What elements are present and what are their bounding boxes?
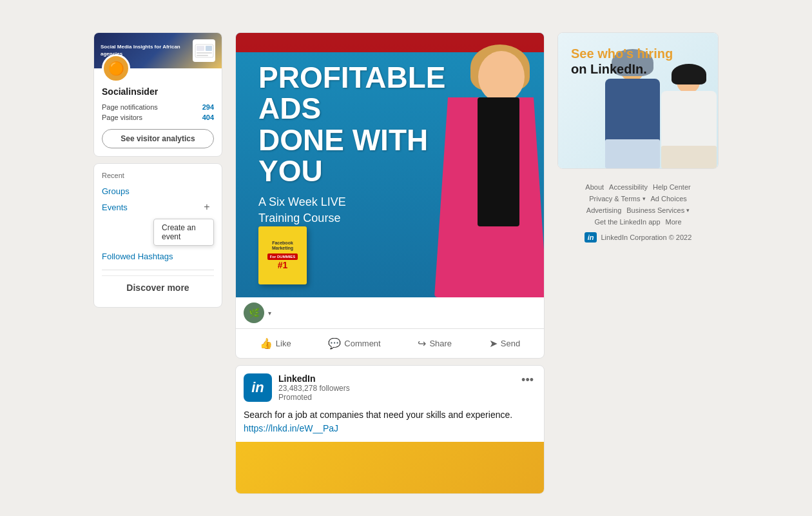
comment-button[interactable]: 💬 Comment [320,333,388,354]
groups-item[interactable]: Groups [102,184,214,198]
svg-rect-4 [206,46,212,51]
more-options-button[interactable]: ••• [519,373,536,387]
comment-label: Comment [344,339,380,348]
accessibility-link[interactable]: Accessibility [609,183,648,191]
business-services-link[interactable]: Business Services [626,206,684,214]
book-badge: For DUMMIES [267,253,298,260]
groups-link[interactable]: Groups [102,186,130,196]
recent-card: Recent Groups Events + Create an event F… [93,163,222,308]
book-image: FacebookMarketing For DUMMIES #1 [258,226,307,284]
ad-text-overlay: See who's hiringon LinkedIn. [571,46,673,77]
post-avatar[interactable]: 🌿 [244,303,264,323]
linkedin-footer: in LinkedIn Corporation © 2022 [565,232,711,243]
action-bar: 👍 Like 💬 Comment ↪ Share ➤ Send [236,328,544,358]
followed-hashtags-link[interactable]: Followed Hashtags [102,252,173,261]
post-text: Search for a job at companies that need … [236,406,544,442]
help-center-link[interactable]: Help Center [653,183,691,191]
privacy-terms-link[interactable]: Privacy & Terms [589,195,640,203]
send-icon: ➤ [489,337,498,350]
get-linkedin-app-link[interactable]: Get the LinkedIn app [594,218,660,226]
share-button[interactable]: ↪ Share [410,333,459,354]
footer-row-4: Get the LinkedIn app More [565,218,711,226]
share-icon: ↪ [418,337,426,350]
comment-icon: 💬 [328,337,341,350]
post-body: Search for a job at companies that need … [244,410,512,420]
svg-rect-2 [197,52,212,54]
visitor-analytics-button[interactable]: See visitor analytics [102,129,214,148]
page-notifications-label: Page notifications [102,103,158,111]
post-headline: PROFITABLE ADSDONE WITH YOU [258,62,429,186]
post-preview-image [236,442,544,493]
more-link[interactable]: More [666,218,682,226]
copyright-text: LinkedIn Corporation © 2022 [601,233,691,241]
avatar-chevron[interactable]: ▾ [268,310,271,317]
left-sidebar: Social Media Insights for African agenci… [93,32,222,494]
page-notifications-row: Page notifications 294 [102,102,214,112]
page-visitors-row: Page visitors 404 [102,112,214,123]
post-card-1: PROFITABLE ADSDONE WITH YOU A Six Week L… [235,32,545,359]
recent-label: Recent [102,172,214,179]
about-link[interactable]: About [585,183,604,191]
page-visitors-label: Page visitors [102,114,142,121]
book-title: FacebookMarketing [267,241,298,252]
profile-stats: Page notifications 294 Page visitors 404 [94,102,222,123]
post-subtitle: A Six Week LIVETraining Course [258,194,521,226]
send-label: Send [501,339,520,348]
author-followers: 23,483,278 followers [278,384,350,393]
ad-image: See who's hiringon LinkedIn. [558,33,718,168]
banner-image [193,39,215,62]
privacy-terms-container: Privacy & Terms ▾ [589,195,645,203]
svg-rect-1 [197,46,204,51]
ad-headline: See who's hiringon LinkedIn. [571,46,673,77]
like-label: Like [276,339,291,348]
book-number: #1 [267,260,298,270]
page-notifications-value: 294 [202,103,214,111]
events-item[interactable]: Events + [102,198,214,216]
author-promoted: Promoted [278,393,350,402]
footer-row-2: Privacy & Terms ▾ Ad Choices [565,195,711,203]
business-services-container: Business Services ▾ [626,206,690,214]
svg-rect-3 [197,55,208,56]
avatar: 🟠 [102,54,130,83]
ad-card: See who's hiringon LinkedIn. [557,32,719,169]
post-author-row: 🌿 ▾ [236,297,544,328]
linkedin-logo-small: in [585,232,597,243]
post-link[interactable]: https://lnkd.in/eW__PaJ [244,423,338,433]
send-button[interactable]: ➤ Send [481,333,528,354]
footer-row-1: About Accessibility Help Center [565,183,711,191]
advertising-link[interactable]: Advertising [586,206,621,214]
author-details: LinkedIn 23,483,278 followers Promoted [278,373,350,402]
footer-links: About Accessibility Help Center Privacy … [557,175,719,250]
events-link[interactable]: Events [102,203,128,212]
followed-hashtags-item[interactable]: Followed Hashtags [102,250,214,263]
profile-card: Social Media Insights for African agenci… [93,32,222,157]
discover-more-button[interactable]: Discover more [102,275,214,299]
share-label: Share [429,339,452,348]
like-button[interactable]: 👍 Like [252,333,299,354]
post-card-2: in LinkedIn 23,483,278 followers Promote… [235,365,545,494]
add-event-button[interactable]: + [200,200,214,214]
privacy-chevron-icon: ▾ [643,195,646,202]
linkedin-logo: in [244,373,272,402]
page-visitors-value: 404 [202,114,214,121]
profile-name: Socialinsider [94,83,222,102]
author-info: in LinkedIn 23,483,278 followers Promote… [244,373,350,402]
post-header: in LinkedIn 23,483,278 followers Promote… [236,366,544,406]
create-event-tooltip: Create an event [153,219,214,246]
ad-choices-link[interactable]: Ad Choices [651,195,687,203]
business-chevron-icon: ▾ [686,207,690,213]
author-name: LinkedIn [278,373,350,384]
right-sidebar: See who's hiringon LinkedIn. [557,32,719,494]
main-feed: PROFITABLE ADSDONE WITH YOU A Six Week L… [235,32,545,494]
post-image: PROFITABLE ADSDONE WITH YOU A Six Week L… [236,33,544,297]
footer-row-3: Advertising Business Services ▾ [565,206,711,214]
like-icon: 👍 [260,337,273,350]
